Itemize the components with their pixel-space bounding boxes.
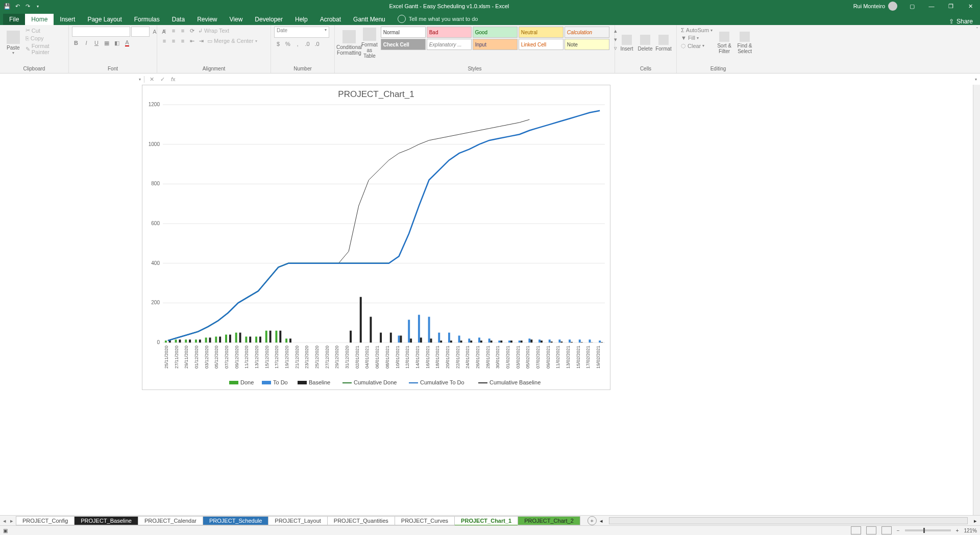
comma-format-icon[interactable]: ,	[293, 40, 302, 48]
restore-icon[interactable]: ❐	[941, 0, 961, 12]
chart-object[interactable]: PROJECT_Chart_1 02004006008001000120025/…	[142, 85, 610, 390]
cell-style-good[interactable]: Good	[473, 27, 518, 38]
decrease-indent-icon[interactable]: ⇤	[188, 37, 196, 45]
sheet-tab-chart-2[interactable]: PROJECT_Chart_2	[518, 516, 580, 525]
paste-button[interactable]: Paste ▾	[3, 27, 23, 59]
scroll-left-icon[interactable]: ◂	[600, 518, 603, 524]
wrap-text-button[interactable]: ↲Wrap Text	[197, 27, 230, 35]
increase-indent-icon[interactable]: ⇥	[197, 37, 205, 45]
font-color-button[interactable]: A	[123, 39, 131, 47]
align-middle-icon[interactable]: ≡	[169, 27, 178, 35]
percent-format-icon[interactable]: %	[284, 40, 292, 48]
cell-style-note[interactable]: Note	[565, 39, 609, 50]
minimize-icon[interactable]: —	[922, 0, 941, 12]
ribbon-display-options-icon[interactable]: ▢	[902, 0, 922, 12]
vertical-scrollbar[interactable]	[973, 85, 980, 516]
normal-view-icon[interactable]	[851, 526, 861, 534]
font-size-dropdown[interactable]	[131, 27, 150, 37]
sheet-tab-chart-1[interactable]: PROJECT_Chart_1	[454, 516, 518, 526]
number-format-dropdown[interactable]: Date▾	[274, 27, 329, 38]
cell-style-linked-cell[interactable]: Linked Cell	[519, 39, 564, 50]
cell-style-explanatory[interactable]: Explanatory ...	[427, 39, 472, 50]
accounting-format-icon[interactable]: $	[274, 40, 282, 48]
align-top-icon[interactable]: ≡	[160, 27, 168, 35]
cell-style-check-cell[interactable]: Check Cell	[381, 39, 426, 50]
sheet-tab-curves[interactable]: PROJECT_Curves	[395, 516, 455, 525]
borders-button[interactable]: ▦	[103, 39, 111, 47]
underline-button[interactable]: U	[92, 39, 101, 47]
close-icon[interactable]: ✕	[961, 0, 980, 12]
conditional-formatting-button[interactable]: Conditional Formatting	[338, 27, 360, 59]
cell-style-normal[interactable]: Normal	[381, 27, 426, 38]
redo-icon[interactable]: ↷	[22, 1, 33, 11]
align-right-icon[interactable]: ≡	[179, 37, 187, 45]
increase-decimal-icon[interactable]: .0	[303, 40, 311, 48]
qat-customize-icon[interactable]: ▾	[33, 1, 43, 11]
tab-help[interactable]: Help	[289, 14, 314, 25]
fx-icon[interactable]: fx	[171, 76, 176, 82]
account-user[interactable]: Rui Monteiro	[853, 2, 897, 11]
sheet-tab-quantities[interactable]: PROJECT_Quantities	[327, 516, 395, 525]
cell-style-input[interactable]: Input	[473, 39, 518, 50]
prev-sheet-icon[interactable]: ◂	[3, 518, 6, 524]
align-bottom-icon[interactable]: ≡	[179, 27, 187, 35]
sheet-tab-schedule[interactable]: PROJECT_Schedule	[203, 516, 268, 525]
align-left-icon[interactable]: ≡	[160, 37, 168, 45]
page-layout-view-icon[interactable]	[866, 526, 876, 534]
bold-button[interactable]: B	[72, 39, 80, 47]
tell-me-search[interactable]: Tell me what you want to do	[398, 13, 478, 25]
tab-formulas[interactable]: Formulas	[128, 14, 166, 25]
tab-gantt-menu[interactable]: Gantt Menu	[347, 14, 391, 25]
fill-color-button[interactable]: ◧	[113, 39, 121, 47]
sort-filter-button[interactable]: Sort & Filter	[715, 27, 734, 59]
align-center-icon[interactable]: ≡	[169, 37, 178, 45]
italic-button[interactable]: I	[82, 39, 90, 47]
zoom-in-icon[interactable]: +	[956, 528, 959, 533]
scroll-right-icon[interactable]: ▸	[974, 518, 977, 524]
merge-center-button[interactable]: ▭Merge & Center▾	[206, 37, 258, 45]
cancel-formula-icon[interactable]: ✕	[150, 76, 154, 83]
tab-home[interactable]: Home	[25, 14, 54, 25]
collapse-ribbon-icon[interactable]: ˇ	[976, 27, 978, 33]
zoom-level[interactable]: 121%	[964, 528, 977, 533]
expand-formula-bar-icon[interactable]: ▾	[975, 77, 980, 82]
copy-button[interactable]: ⎘Copy	[24, 35, 65, 42]
delete-cells-button[interactable]: Delete	[636, 27, 654, 59]
tab-data[interactable]: Data	[166, 14, 191, 25]
orientation-icon[interactable]: ⟳	[188, 27, 196, 35]
sheet-tab-baseline[interactable]: PROJECT_Baseline	[74, 516, 138, 525]
sheet-tab-config[interactable]: PROJECT_Config	[16, 516, 75, 525]
decrease-decimal-icon[interactable]: .0	[313, 40, 321, 48]
tab-acrobat[interactable]: Acrobat	[314, 14, 347, 25]
tab-view[interactable]: View	[224, 14, 249, 25]
zoom-out-icon[interactable]: −	[897, 528, 900, 533]
zoom-slider[interactable]	[905, 529, 951, 531]
tab-file[interactable]: File	[3, 14, 25, 25]
worksheet-area[interactable]: PROJECT_Chart_1 02004006008001000120025/…	[0, 85, 980, 516]
tab-page-layout[interactable]: Page Layout	[81, 14, 128, 25]
cell-style-bad[interactable]: Bad	[427, 27, 472, 38]
autosum-button[interactable]: ΣAutoSum▾	[680, 27, 714, 34]
name-box[interactable]: ▾	[0, 76, 144, 83]
tab-insert[interactable]: Insert	[54, 14, 81, 25]
format-painter-button[interactable]: ✎Format Painter	[24, 42, 65, 56]
name-box-dropdown-icon[interactable]: ▾	[139, 77, 141, 82]
fill-button[interactable]: ▼Fill▾	[680, 34, 714, 41]
tab-review[interactable]: Review	[191, 14, 223, 25]
find-select-button[interactable]: Find & Select	[735, 27, 754, 59]
format-as-table-button[interactable]: Format as Table	[361, 27, 378, 59]
sheet-tab-calendar[interactable]: PROJECT_Calendar	[138, 516, 203, 525]
save-icon[interactable]: 💾	[2, 1, 12, 11]
share-button[interactable]: ⇪ Share	[949, 18, 973, 25]
enter-formula-icon[interactable]: ✓	[160, 76, 165, 83]
cell-style-neutral[interactable]: Neutral	[519, 27, 564, 38]
sheet-tab-layout[interactable]: PROJECT_Layout	[268, 516, 327, 525]
horizontal-scrollbar[interactable]	[609, 517, 968, 524]
formula-bar-input[interactable]	[181, 78, 975, 80]
macro-record-icon[interactable]: ▣	[3, 528, 8, 533]
cut-button[interactable]: ✂Cut	[24, 27, 65, 34]
undo-icon[interactable]: ↶	[12, 1, 22, 11]
cell-style-calculation[interactable]: Calculation	[565, 27, 609, 38]
format-cells-button[interactable]: Format	[655, 27, 672, 59]
insert-cells-button[interactable]: Insert	[618, 27, 635, 59]
